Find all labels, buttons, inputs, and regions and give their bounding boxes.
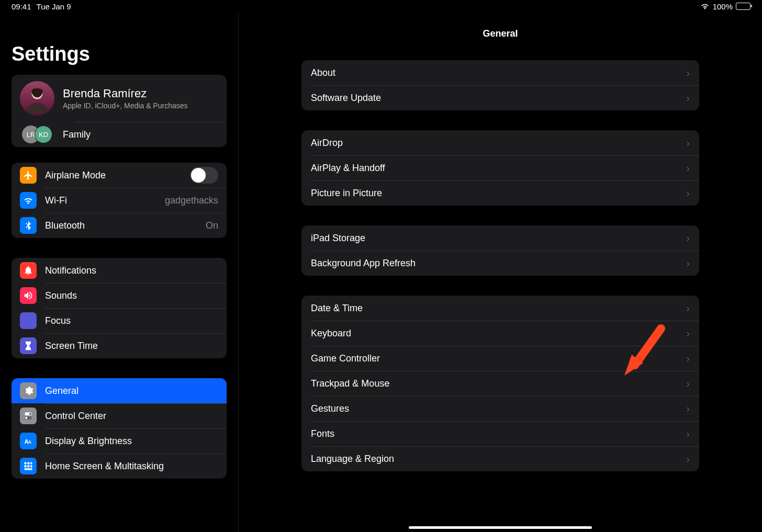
chevron-right-icon: › — [686, 187, 690, 199]
sidebar-item-airplane[interactable]: Airplane Mode — [12, 163, 227, 188]
settings-row-storage[interactable]: iPad Storage› — [301, 225, 699, 251]
sidebar-item-label: Control Center — [45, 411, 218, 422]
apple-id-row[interactable]: Brenda Ramírez Apple ID, iCloud+, Media … — [12, 75, 227, 122]
sidebar-item-wifi[interactable]: Wi-Fi gadgethacks — [12, 188, 227, 213]
sidebar-item-controlcenter[interactable]: Control Center — [12, 403, 227, 428]
chevron-right-icon: › — [686, 378, 690, 390]
alerts-group: Notifications Sounds Focus Screen Time — [12, 258, 227, 358]
chevron-right-icon: › — [686, 302, 690, 314]
main-content: About›Software Update›AirDrop›AirPlay & … — [239, 60, 762, 471]
settings-row-pip[interactable]: Picture in Picture› — [301, 180, 699, 206]
chevron-right-icon: › — [686, 428, 690, 440]
bell-icon — [20, 262, 37, 279]
svg-text:A: A — [28, 439, 31, 445]
sidebar-item-label: Wi-Fi — [45, 195, 165, 206]
profile-subtitle: Apple ID, iCloud+, Media & Purchases — [63, 101, 188, 110]
sidebar-item-bluetooth[interactable]: Bluetooth On — [12, 213, 227, 238]
chevron-right-icon: › — [686, 403, 690, 415]
settings-row-label: AirDrop — [311, 138, 343, 149]
sidebar-item-label: General — [45, 386, 218, 397]
svg-rect-8 — [27, 462, 29, 465]
wifi-value: gadgethacks — [165, 195, 218, 206]
settings-row-bg-refresh[interactable]: Background App Refresh› — [301, 251, 699, 276]
settings-row-label: AirPlay & Handoff — [311, 163, 385, 174]
settings-group: iPad Storage›Background App Refresh› — [301, 225, 699, 276]
bluetooth-value: On — [206, 220, 218, 231]
bluetooth-icon — [20, 217, 37, 234]
svg-point-3 — [29, 413, 31, 415]
sidebar-item-screentime[interactable]: Screen Time — [12, 333, 227, 358]
sidebar-item-focus[interactable]: Focus — [12, 308, 227, 333]
status-time: 09:41 — [12, 2, 31, 11]
settings-row-about[interactable]: About› — [301, 60, 699, 85]
settings-row-airdrop[interactable]: AirDrop› — [301, 130, 699, 155]
wifi-icon — [20, 192, 37, 209]
settings-row-trackpad[interactable]: Trackpad & Mouse› — [301, 371, 699, 396]
sidebar-item-label: Screen Time — [45, 341, 218, 352]
airplane-icon — [20, 167, 37, 184]
profile-name: Brenda Ramírez — [63, 87, 188, 100]
settings-row-software-update[interactable]: Software Update› — [301, 85, 699, 110]
sidebar-item-label: Focus — [45, 315, 218, 326]
battery-percent: 100% — [713, 2, 733, 11]
settings-row-language[interactable]: Language & Region› — [301, 446, 699, 471]
profile-group: Brenda Ramírez Apple ID, iCloud+, Media … — [12, 75, 227, 147]
settings-row-keyboard[interactable]: Keyboard› — [301, 321, 699, 346]
settings-row-label: Date & Time — [311, 303, 363, 314]
settings-row-label: Fonts — [311, 428, 334, 439]
family-avatars: LR KD — [20, 126, 54, 143]
settings-row-datetime[interactable]: Date & Time› — [301, 296, 699, 321]
speaker-icon — [20, 287, 37, 304]
grid-icon — [20, 458, 37, 474]
family-label: Family — [63, 129, 218, 140]
chevron-right-icon: › — [686, 232, 690, 244]
settings-group: Date & Time›Keyboard›Game Controller›Tra… — [301, 296, 699, 471]
svg-rect-7 — [25, 462, 27, 465]
main-pane: General About›Software Update›AirDrop›Ai… — [239, 13, 762, 532]
main-title: General — [239, 13, 762, 60]
settings-row-fonts[interactable]: Fonts› — [301, 421, 699, 446]
sidebar-item-sounds[interactable]: Sounds — [12, 283, 227, 308]
settings-row-label: Software Update — [311, 93, 381, 104]
home-indicator — [409, 526, 592, 529]
sidebar-item-general[interactable]: General — [12, 378, 227, 403]
settings-group: AirDrop›AirPlay & Handoff›Picture in Pic… — [301, 130, 699, 206]
sidebar-item-label: Home Screen & Multitasking — [45, 461, 218, 472]
sidebar-item-label: Bluetooth — [45, 220, 206, 231]
textsize-icon: AA — [20, 433, 37, 449]
gear-icon — [20, 382, 37, 399]
airplane-toggle[interactable] — [190, 167, 218, 184]
svg-rect-12 — [30, 465, 32, 467]
settings-sidebar: Settings Brenda Ramírez Apple ID, iCloud… — [0, 13, 239, 532]
svg-point-4 — [25, 417, 27, 419]
sidebar-item-homescreen[interactable]: Home Screen & Multitasking — [12, 454, 227, 479]
status-bar: 09:41 Tue Jan 9 100% — [0, 0, 762, 13]
battery-icon — [736, 3, 750, 10]
family-row[interactable]: LR KD Family — [12, 122, 227, 147]
settings-row-label: Language & Region — [311, 454, 394, 465]
settings-row-label: Background App Refresh — [311, 258, 416, 269]
sidebar-item-label: Airplane Mode — [45, 170, 190, 181]
sidebar-item-notifications[interactable]: Notifications — [12, 258, 227, 283]
settings-row-gestures[interactable]: Gestures› — [301, 396, 699, 421]
hourglass-icon — [20, 337, 37, 354]
settings-row-label: Keyboard — [311, 328, 351, 339]
chevron-right-icon: › — [686, 92, 690, 104]
svg-rect-13 — [25, 468, 32, 470]
settings-row-label: About — [311, 67, 335, 78]
system-group: General Control Center AA Display & Brig… — [12, 378, 227, 479]
avatar — [20, 81, 54, 116]
sidebar-item-label: Notifications — [45, 265, 218, 276]
chevron-right-icon: › — [686, 137, 690, 149]
settings-row-label: Trackpad & Mouse — [311, 378, 389, 389]
settings-row-gamecontroller[interactable]: Game Controller› — [301, 346, 699, 371]
settings-row-airplay[interactable]: AirPlay & Handoff› — [301, 155, 699, 180]
connectivity-group: Airplane Mode Wi-Fi gadgethacks Bluetoot… — [12, 163, 227, 238]
sidebar-item-label: Sounds — [45, 290, 218, 301]
chevron-right-icon: › — [686, 327, 690, 339]
settings-row-label: Gestures — [311, 403, 349, 414]
chevron-right-icon: › — [686, 257, 690, 269]
sidebar-item-label: Display & Brightness — [45, 436, 218, 447]
chevron-right-icon: › — [686, 353, 690, 365]
sidebar-item-display[interactable]: AA Display & Brightness — [12, 428, 227, 454]
